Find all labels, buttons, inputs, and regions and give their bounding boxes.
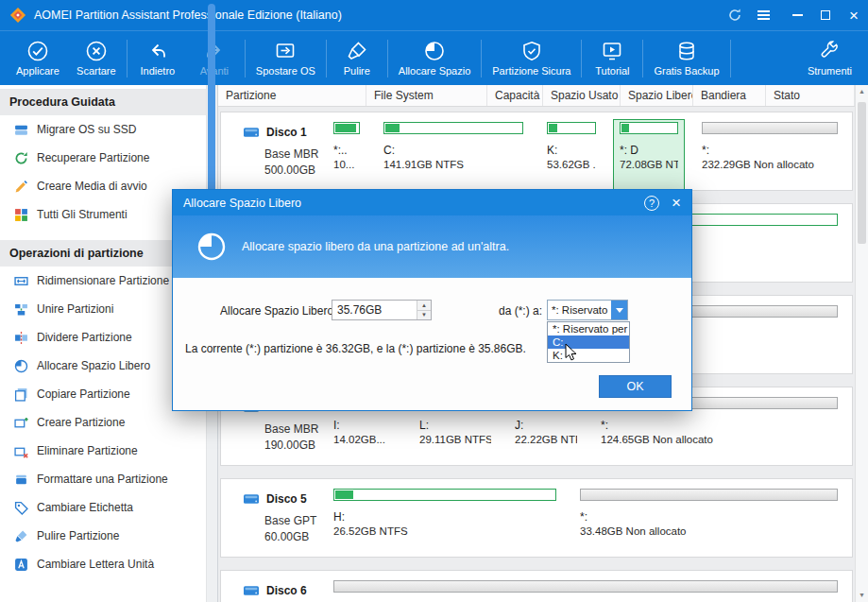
partition-cell[interactable]: *:	[327, 577, 844, 602]
partition-label: L:	[419, 419, 491, 434]
spinner-up-button[interactable]: ▲	[417, 301, 431, 310]
toolbar-button-scartare[interactable]: Scartare	[68, 34, 125, 83]
sidebar-item-label: Creare Media di avvio	[37, 180, 147, 193]
spinner-down-button[interactable]: ▼	[417, 310, 431, 320]
sidebar-item-recuperare-partizione[interactable]: Recuperare Partizione	[0, 144, 206, 172]
sidebar-item-cambiare-etichetta[interactable]: Cambiare Etichetta	[0, 493, 206, 522]
toolbar-button-tutorial[interactable]: Tutorial	[584, 34, 640, 83]
toolbar-separator	[730, 40, 731, 77]
toolbar-button-gratis-backup[interactable]: Gratis Backup	[645, 34, 727, 83]
ok-button[interactable]: OK	[599, 375, 672, 398]
toolbar-separator	[481, 40, 482, 77]
toolbar-button-label: Tutorial	[595, 65, 629, 77]
partition-cell[interactable]: H:26.52GB NTFS	[327, 486, 563, 557]
disk-name: Disco 6	[266, 584, 307, 597]
dialog-info-text: La corrente (*:) partizione è 36.32GB, e…	[185, 342, 526, 355]
dropdown-list: *: Riservato per il sisC:K:	[547, 321, 630, 363]
toolbar-button-applicare[interactable]: Applicare	[8, 34, 68, 83]
disk-info: Disco 1Base MBR500.00GB	[221, 112, 327, 190]
column-header-stato[interactable]: Stato	[766, 85, 855, 106]
tutti-gli-strumenti-icon	[14, 208, 28, 222]
formattare-una-partizione-icon	[14, 473, 28, 487]
partition-area: *:..10...C:141.91GB NTFSK:53.62GB ...*: …	[327, 112, 852, 190]
dialog-help-button[interactable]: ?	[644, 196, 659, 211]
creare-media-di-avvio-icon	[14, 180, 28, 194]
partition-cell[interactable]: *:232.29GB Non allocato	[695, 119, 844, 190]
dialog-body: Allocare Spazio Libero: 35.76GB ▲ ▼ da (…	[173, 278, 691, 410]
toolbar-button-spostare-os[interactable]: Spostare OS	[247, 34, 324, 83]
disk-icon	[242, 491, 261, 507]
toolbar-button-label: Indietro	[141, 65, 176, 77]
column-header-spazio-libero[interactable]: Spazio Libero	[621, 85, 693, 106]
dropdown-option[interactable]: K:	[548, 349, 629, 362]
dialog-close-button[interactable]: ×	[669, 195, 684, 211]
scroll-down-button[interactable]: ▼	[856, 589, 868, 602]
column-header-file-system[interactable]: File System	[366, 85, 487, 106]
disk-type: Base MBR	[264, 147, 327, 161]
partition-cell[interactable]: C:141.91GB NTFS	[377, 119, 530, 190]
sidebar-item-eliminare-partizione[interactable]: Eliminare Partizione	[0, 437, 206, 465]
disk-name: Disco 5	[266, 492, 307, 506]
usage-fill	[335, 124, 356, 132]
dropdown-option[interactable]: C:	[548, 335, 629, 349]
sidebar-item-pulire-partizione[interactable]: Pulire Partizione	[0, 522, 206, 550]
partition-cell[interactable]: *:..10...	[327, 119, 366, 190]
partition-info: 72.08GB NTFS	[620, 159, 678, 174]
disk-size: 190.00GB	[264, 439, 327, 452]
column-header-capacit[interactable]: Capacità	[487, 85, 543, 106]
dividere-partizione-icon	[14, 331, 28, 345]
column-header-spazio-usato[interactable]: Spazio Usato	[543, 85, 621, 106]
target-partition-dropdown[interactable]: *: Riservato per	[547, 300, 628, 320]
minimize-button[interactable]	[783, 0, 811, 30]
scroll-up-button[interactable]: ▲	[856, 85, 868, 98]
dropdown-value: *: Riservato per	[548, 304, 611, 316]
sidebar-item-label: Allocare Spazio Libero	[37, 359, 150, 372]
close-button[interactable]: ×	[840, 0, 868, 30]
maximize-button[interactable]	[811, 0, 840, 30]
toolbar-button-pulire[interactable]: Pulire	[329, 34, 385, 83]
toolbar-separator	[387, 40, 388, 77]
partition-usage-bar	[333, 489, 556, 501]
toolbar-button-strumenti[interactable]: Strumenti	[799, 34, 860, 83]
toolbar-button-label: Allocare Spazio	[399, 65, 470, 77]
scartare-icon	[85, 40, 108, 62]
sidebar-item-migrare-os-su-ssd[interactable]: Migrare OS su SSD	[0, 115, 206, 144]
dialog-titlebar: Allocare Spazio Libero ? ×	[173, 190, 691, 215]
sidebar-item-label: Recuperare Partizione	[37, 151, 149, 164]
partition-cell[interactable]: K:53.62GB ...	[540, 119, 603, 190]
migrare-os-su-ssd-icon	[14, 123, 28, 137]
close-icon: ×	[849, 8, 859, 24]
menu-button[interactable]	[749, 0, 777, 30]
allocate-pie-icon	[196, 231, 228, 263]
allocate-size-input[interactable]: 35.76GB ▲ ▼	[332, 300, 432, 320]
column-header-bandiera[interactable]: Bandiera	[693, 85, 766, 106]
toolbar-button-allocare-spazio[interactable]: Allocare Spazio	[390, 34, 479, 83]
toolbar-button-label: Strumenti	[808, 65, 852, 77]
strumenti-icon	[818, 40, 841, 62]
partition-cell[interactable]: *:33.48GB Non allocato	[573, 486, 844, 557]
toolbar-button-indietro[interactable]: Indietro	[129, 34, 186, 83]
partition-usage-bar	[333, 122, 360, 134]
sidebar-item-cambiare-lettera-unita[interactable]: Cambiare Lettera Unità	[0, 550, 206, 578]
dropdown-arrow-button[interactable]	[611, 301, 627, 319]
main-scrollbar-thumb[interactable]	[858, 102, 866, 244]
usage-fill	[335, 490, 353, 499]
allocate-size-value: 35.76GB	[332, 303, 417, 317]
partition-cell[interactable]: *: D72.08GB NTFS	[613, 119, 685, 190]
partition-info: 33.48GB Non allocato	[580, 525, 838, 541]
unire-partizioni-icon	[14, 302, 28, 317]
sidebar-item-formattare-una-partizione[interactable]: Formattare una Partizione	[0, 465, 206, 493]
gratis-backup-icon	[675, 40, 698, 62]
main-scrollbar[interactable]: ▲ ▼	[855, 85, 868, 602]
column-header-partizione[interactable]: Partizione	[218, 85, 366, 106]
disk-title: Disco 1	[242, 125, 327, 140]
partition-label: I:	[333, 419, 396, 434]
partition-label: *:..	[333, 144, 360, 159]
toolbar-button-partizione-sicura[interactable]: Partizione Sicura	[484, 34, 579, 83]
sidebar-item-creare-partizione[interactable]: Creare Partizione	[0, 408, 206, 437]
copiare-partizione-icon	[14, 387, 28, 402]
sidebar-item-label: Cambiare Etichetta	[37, 501, 133, 514]
refresh-button[interactable]	[721, 0, 749, 30]
dropdown-option[interactable]: *: Riservato per il sis	[548, 322, 629, 335]
toolbar-separator	[326, 40, 327, 77]
